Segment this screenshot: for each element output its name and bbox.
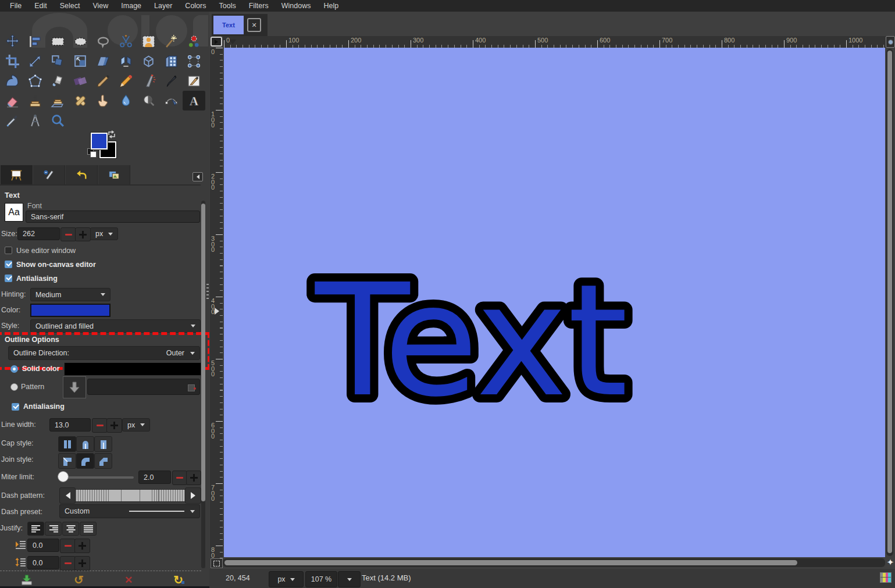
- line-width-unit-select[interactable]: px: [122, 418, 150, 432]
- indent-increment-button[interactable]: [74, 539, 90, 553]
- text-color-swatch-button[interactable]: [30, 304, 110, 317]
- tool-rect-select[interactable]: [47, 31, 69, 51]
- scrollbar-thumb[interactable]: [224, 560, 797, 565]
- tool-ellipse-select[interactable]: [69, 31, 92, 51]
- dock-tab-tool-options[interactable]: [1, 165, 33, 184]
- dash-preset-select[interactable]: Custom: [59, 504, 200, 518]
- tool-foreground-select[interactable]: [137, 31, 160, 51]
- tool-blur-sharpen[interactable]: [115, 91, 137, 111]
- tool-text[interactable]: [183, 91, 205, 111]
- menu-file[interactable]: File: [3, 1, 28, 11]
- outline-color-swatch-button[interactable]: [64, 362, 201, 376]
- tool-shear[interactable]: [92, 51, 115, 71]
- cap-style-round-button[interactable]: [76, 436, 94, 452]
- zoom-level-input[interactable]: 107 %: [305, 571, 337, 587]
- tool-options-scrollbar[interactable]: [201, 201, 205, 568]
- save-tool-preset-button[interactable]: [20, 573, 33, 586]
- tool-fuzzy-select[interactable]: [160, 31, 183, 51]
- zoom-select-button[interactable]: [338, 571, 361, 587]
- line-width-decrement-button[interactable]: [92, 418, 108, 433]
- menu-help[interactable]: Help: [317, 1, 345, 11]
- canvas-text[interactable]: Text: [313, 251, 628, 431]
- tool-ink[interactable]: [160, 71, 183, 91]
- line-spacing-input[interactable]: 0.0: [27, 556, 59, 569]
- size-unit-select[interactable]: px: [90, 227, 118, 240]
- pattern-radio[interactable]: [10, 383, 18, 391]
- dash-pattern-editor[interactable]: [75, 489, 186, 502]
- tool-bucket-fill[interactable]: [47, 71, 69, 91]
- outline-direction-select[interactable]: Outline Direction: Outer: [8, 346, 200, 360]
- dock-tab-device-status[interactable]: [33, 165, 65, 184]
- tool-dodge-burn[interactable]: [137, 91, 160, 111]
- menu-filters[interactable]: Filters: [243, 1, 275, 11]
- line-spacing-increment-button[interactable]: [74, 556, 90, 571]
- hinting-select[interactable]: Medium: [30, 288, 110, 301]
- navigation-button[interactable]: ✦: [886, 557, 895, 567]
- dock-tab-undo-history[interactable]: [66, 165, 98, 184]
- tool-color-picker[interactable]: [1, 111, 24, 130]
- menu-windows[interactable]: Windows: [275, 1, 318, 11]
- size-input[interactable]: 262: [17, 227, 60, 240]
- quick-mask-toggle-button[interactable]: [211, 558, 223, 568]
- menu-edit[interactable]: Edit: [28, 1, 54, 11]
- vertical-ruler[interactable]: 0100200300400500600700800: [210, 48, 223, 569]
- tool-mypaint-brush[interactable]: [183, 71, 205, 91]
- restore-tool-preset-button[interactable]: ↺: [74, 574, 84, 586]
- tool-heal[interactable]: [69, 91, 92, 111]
- justify-left-button[interactable]: [27, 522, 44, 536]
- menu-colors[interactable]: Colors: [179, 1, 212, 11]
- line-width-input[interactable]: 13.0: [49, 418, 91, 432]
- pattern-preview-button[interactable]: [63, 376, 86, 398]
- reset-tool-options-button[interactable]: ↻: [173, 574, 184, 586]
- miter-increment-button[interactable]: [186, 471, 201, 485]
- tool-flip[interactable]: [115, 51, 137, 71]
- tool-scale[interactable]: [69, 51, 92, 71]
- tool-3d-transform[interactable]: [160, 51, 183, 71]
- tool-free-select[interactable]: [92, 31, 115, 51]
- status-corner-icon[interactable]: [880, 572, 892, 583]
- font-name-field[interactable]: Sans-serif: [26, 211, 200, 223]
- swap-colors-icon[interactable]: [107, 130, 116, 139]
- join-style-round-button[interactable]: [76, 453, 94, 469]
- pattern-name-field[interactable]: [87, 379, 200, 395]
- vertical-scrollbar[interactable]: [886, 49, 893, 556]
- image-tab-close-button[interactable]: ✕: [247, 18, 261, 32]
- show-on-canvas-editor-checkbox[interactable]: [5, 261, 12, 268]
- miter-limit-input[interactable]: 2.0: [138, 471, 171, 484]
- solid-color-radio[interactable]: [10, 365, 18, 373]
- foreground-color-swatch[interactable]: [91, 133, 108, 149]
- tool-align[interactable]: [24, 31, 47, 51]
- ruler-corner-menu-button[interactable]: [211, 37, 222, 47]
- justify-right-button[interactable]: [45, 522, 62, 536]
- tool-pencil[interactable]: [115, 71, 137, 91]
- tool-warp[interactable]: [1, 71, 24, 91]
- tool-smudge[interactable]: [92, 91, 115, 111]
- tool-zoom[interactable]: [47, 111, 69, 130]
- cap-style-butt-button[interactable]: [58, 436, 76, 452]
- tool-measure[interactable]: [24, 111, 47, 130]
- join-style-miter-button[interactable]: [58, 453, 76, 469]
- indent-decrement-button[interactable]: [60, 539, 76, 553]
- miter-limit-slider-knob[interactable]: [58, 471, 69, 482]
- miter-decrement-button[interactable]: [172, 471, 187, 485]
- menu-layer[interactable]: Layer: [148, 1, 179, 11]
- dash-pattern-scroll-left-button[interactable]: [59, 487, 76, 504]
- use-editor-window-checkbox[interactable]: [5, 247, 12, 254]
- justify-center-button[interactable]: [62, 522, 79, 536]
- scrollbar-thumb[interactable]: [887, 51, 892, 553]
- outline-antialiasing-checkbox[interactable]: [12, 403, 19, 411]
- panel-resize-grip[interactable]: [206, 284, 209, 299]
- image-tab[interactable]: Text ✕: [212, 14, 268, 36]
- size-increment-button[interactable]: [75, 227, 91, 241]
- tool-cage[interactable]: [24, 71, 47, 91]
- menu-select[interactable]: Select: [54, 1, 87, 11]
- font-preview-button[interactable]: Aa: [5, 203, 23, 222]
- join-style-bevel-button[interactable]: [94, 453, 112, 469]
- horizontal-ruler[interactable]: 01002003004005006007008009001000: [223, 36, 895, 48]
- cap-style-square-button[interactable]: [94, 436, 112, 452]
- line-width-increment-button[interactable]: [106, 418, 122, 433]
- tool-rotate[interactable]: [47, 51, 69, 71]
- style-select[interactable]: Outlined and filled: [30, 319, 201, 333]
- dock-tab-images[interactable]: [98, 165, 130, 184]
- tool-move[interactable]: [1, 31, 24, 51]
